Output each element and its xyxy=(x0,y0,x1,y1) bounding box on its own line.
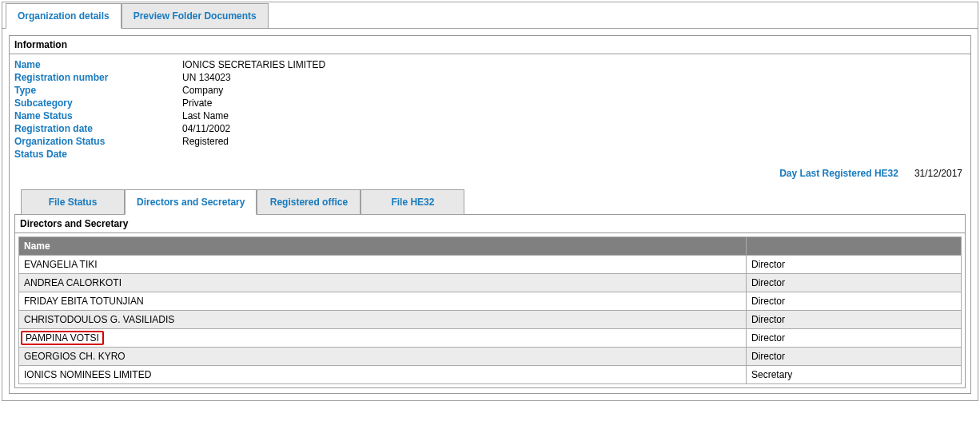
cell-role: Director xyxy=(747,329,962,348)
row-organization-status: Organization Status Registered xyxy=(14,136,966,147)
cell-name: PAMPINA VOTSI xyxy=(19,329,747,348)
label-name: Name xyxy=(14,59,182,70)
table-row: EVANGELIA TIKIDirector xyxy=(19,256,962,274)
table-row: ANDREA CALORKOTIDirector xyxy=(19,274,962,292)
table-row: PAMPINA VOTSIDirector xyxy=(19,329,962,348)
col-header-role xyxy=(747,237,962,256)
label-type: Type xyxy=(14,85,182,96)
tab-file-he32[interactable]: File HE32 xyxy=(361,189,464,215)
row-status-date: Status Date xyxy=(14,149,966,160)
directors-panel: Directors and Secretary Name EVANGELIA T… xyxy=(14,214,966,388)
row-registration-number: Registration number UN 134023 xyxy=(14,72,966,83)
label-registration-date: Registration date xyxy=(14,123,182,134)
cell-name: ANDREA CALORKOTI xyxy=(19,274,747,292)
cell-role: Director xyxy=(747,311,962,329)
information-body: Name IONICS SECRETARIES LIMITED Registra… xyxy=(10,54,970,393)
sub-tabs: File Status Directors and Secretary Regi… xyxy=(21,189,966,214)
table-row: IONICS NOMINEES LIMITEDSecretary xyxy=(19,366,962,384)
cell-role: Director xyxy=(747,256,962,274)
label-name-status: Name Status xyxy=(14,110,182,121)
value-registration-number: UN 134023 xyxy=(182,72,231,83)
cell-role: Director xyxy=(747,292,962,311)
row-type: Type Company xyxy=(14,85,966,96)
label-registration-number: Registration number xyxy=(14,72,182,83)
value-registration-date: 04/11/2002 xyxy=(182,123,230,134)
label-subcategory: Subcategory xyxy=(14,97,182,109)
row-registration-date: Registration date 04/11/2002 xyxy=(14,123,966,134)
label-organization-status: Organization Status xyxy=(14,136,182,147)
cell-name: FRIDAY EBITA TOTUNJIAN xyxy=(19,292,747,311)
value-subcategory: Private xyxy=(182,97,212,109)
cell-name: GEORGIOS CH. KYRO xyxy=(19,348,747,366)
cell-name: CHRISTODOULOS G. VASILIADIS xyxy=(19,311,747,329)
table-row: CHRISTODOULOS G. VASILIADISDirector xyxy=(19,311,962,329)
highlight-annotation: PAMPINA VOTSI xyxy=(21,331,104,345)
day-last-label: Day Last Registered HE32 xyxy=(779,168,898,179)
cell-role: Director xyxy=(747,348,962,366)
tab-registered-office[interactable]: Registered office xyxy=(257,189,361,215)
cell-name: IONICS NOMINEES LIMITED xyxy=(19,366,747,384)
value-type: Company xyxy=(182,85,223,96)
tab-file-status[interactable]: File Status xyxy=(21,189,125,215)
day-last-value: 31/12/2017 xyxy=(914,168,962,179)
cell-role: Secretary xyxy=(747,366,962,384)
top-tabs: Organization details Preview Folder Docu… xyxy=(6,2,978,28)
page-container: Organization details Preview Folder Docu… xyxy=(2,2,978,401)
value-organization-status: Registered xyxy=(182,136,229,147)
row-name-status: Name Status Last Name xyxy=(14,110,966,121)
directors-header: Directors and Secretary xyxy=(15,215,965,233)
value-name: IONICS SECRETARIES LIMITED xyxy=(182,59,325,70)
information-panel: Information Name IONICS SECRETARIES LIMI… xyxy=(9,35,971,394)
day-last-row: Day Last Registered HE32 31/12/2017 xyxy=(14,161,966,189)
cell-role: Director xyxy=(747,274,962,292)
content-area: Information Name IONICS SECRETARIES LIMI… xyxy=(2,28,978,400)
row-name: Name IONICS SECRETARIES LIMITED xyxy=(14,59,966,70)
table-row: GEORGIOS CH. KYRODirector xyxy=(19,348,962,366)
col-header-name: Name xyxy=(19,237,747,256)
table-row: FRIDAY EBITA TOTUNJIANDirector xyxy=(19,292,962,311)
row-subcategory: Subcategory Private xyxy=(14,97,966,109)
directors-table: Name EVANGELIA TIKIDirectorANDREA CALORK… xyxy=(18,236,962,384)
value-name-status: Last Name xyxy=(182,110,229,121)
information-header: Information xyxy=(10,36,970,54)
cell-name: EVANGELIA TIKI xyxy=(19,256,747,274)
label-status-date: Status Date xyxy=(14,149,182,160)
tab-preview-folder-documents[interactable]: Preview Folder Documents xyxy=(122,3,269,29)
tab-directors-secretary[interactable]: Directors and Secretary xyxy=(125,189,257,215)
directors-table-wrap: Name EVANGELIA TIKIDirectorANDREA CALORK… xyxy=(15,233,965,387)
tab-organization-details[interactable]: Organization details xyxy=(6,3,122,29)
